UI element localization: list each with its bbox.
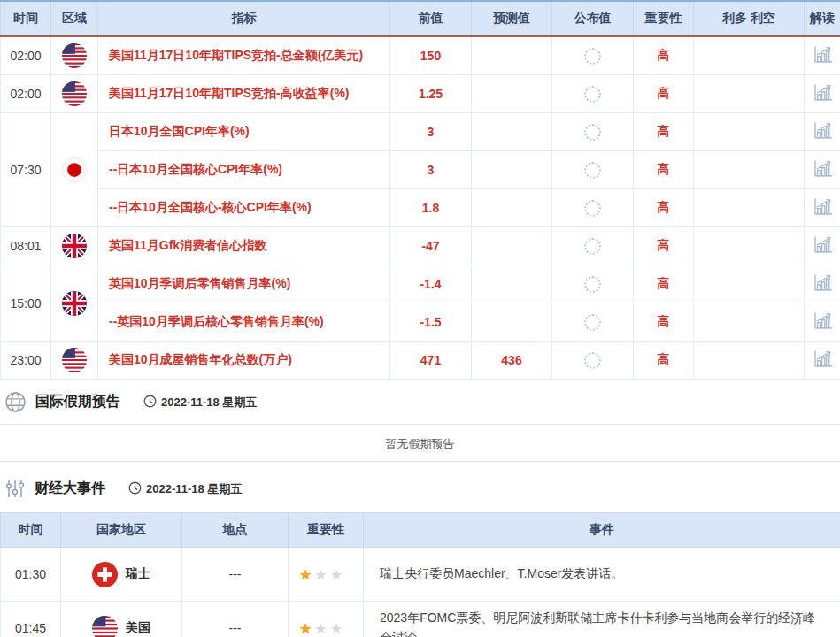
flag-ch-icon bbox=[92, 566, 118, 580]
region-cell bbox=[51, 113, 98, 227]
event-importance-cell: ★★★ bbox=[289, 602, 364, 637]
events-header-row: 时间 国家地区 地点 重要性 事件 bbox=[1, 513, 840, 548]
event-country-cell: 瑞士 bbox=[61, 548, 182, 602]
previous-value-cell: 1.25 bbox=[390, 75, 472, 113]
calendar-row[interactable]: 07:30日本10月全国CPI年率(%)3高 bbox=[1, 113, 840, 151]
region-cell bbox=[51, 227, 98, 265]
forecast-value-cell: 436 bbox=[472, 342, 552, 380]
event-description-cell[interactable]: 2023年FOMC票委、明尼阿波利斯联储主席卡什卡利参与当地商会举行的经济峰会讨… bbox=[364, 602, 840, 637]
loading-spinner-icon bbox=[584, 86, 601, 103]
events-section-header: 财经大事件 2022-11-18 星期五 bbox=[0, 462, 840, 512]
star-icon: ★ bbox=[299, 621, 312, 636]
loading-spinner-icon bbox=[584, 200, 601, 217]
bias-cell bbox=[694, 189, 805, 227]
interpretation-cell[interactable] bbox=[805, 303, 840, 342]
forecast-value-cell bbox=[472, 113, 552, 151]
col-header-indicator: 指标 bbox=[98, 1, 390, 36]
col-header-interpretation: 解读 bbox=[805, 1, 840, 36]
flag-us-icon bbox=[62, 86, 87, 100]
interpretation-cell[interactable] bbox=[805, 75, 840, 113]
interpretation-cell[interactable] bbox=[805, 151, 840, 189]
bar-chart-arrow-icon[interactable] bbox=[813, 166, 833, 180]
calendar-row[interactable]: --日本10月全国核心-核心CPI年率(%)1.8高 bbox=[1, 189, 840, 227]
time-cell: 15:00 bbox=[1, 265, 51, 342]
importance-cell: 高 bbox=[634, 265, 694, 303]
loading-spinner-icon bbox=[584, 276, 601, 293]
col-header-importance: 重要性 bbox=[289, 513, 364, 548]
calendar-row[interactable]: 02:00美国11月17日10年期TIPS竞拍-总金额(亿美元)150高 bbox=[1, 36, 840, 75]
interpretation-cell[interactable] bbox=[805, 113, 840, 151]
star-icon: ★ bbox=[330, 567, 343, 582]
published-value-cell bbox=[552, 227, 634, 265]
flag-jp-icon bbox=[62, 162, 87, 176]
bar-chart-arrow-icon[interactable] bbox=[813, 52, 833, 66]
bar-chart-arrow-icon[interactable] bbox=[813, 204, 833, 219]
calendar-row[interactable]: --日本10月全国核心CPI年率(%)3高 bbox=[1, 151, 840, 189]
bias-cell bbox=[694, 227, 805, 265]
country-name: 美国 bbox=[126, 620, 150, 634]
interpretation-cell[interactable] bbox=[805, 265, 840, 303]
published-value-cell bbox=[552, 265, 634, 303]
previous-value-cell: 3 bbox=[390, 151, 472, 189]
event-row[interactable]: 01:30瑞士---★★★瑞士央行委员Maechler、T.Moser发表讲话。 bbox=[1, 548, 840, 602]
time-cell: 02:00 bbox=[1, 75, 51, 113]
economic-data-table: 时间 区域 指标 前值 预测值 公布值 重要性 利多 利空 解读 02:00美国… bbox=[0, 0, 840, 380]
sliders-icon bbox=[4, 478, 26, 500]
indicator-cell[interactable]: 英国10月季调后零售销售月率(%) bbox=[98, 265, 390, 303]
clock-icon bbox=[128, 481, 146, 497]
financial-calendar-page: { "colors": { "accent_red": "#d0342c", "… bbox=[0, 0, 840, 637]
indicator-cell[interactable]: --英国10月季调后核心零售销售月率(%) bbox=[98, 303, 390, 342]
importance-cell: 高 bbox=[634, 151, 694, 189]
bar-chart-arrow-icon[interactable] bbox=[813, 357, 833, 371]
indicator-cell[interactable]: 日本10月全国CPI年率(%) bbox=[98, 113, 390, 151]
bias-cell bbox=[694, 151, 805, 189]
event-location-cell: --- bbox=[182, 602, 289, 637]
col-header-bias: 利多 利空 bbox=[694, 1, 805, 36]
forecast-value-cell bbox=[472, 75, 552, 113]
flag-us-icon bbox=[62, 352, 87, 366]
time-cell: 23:00 bbox=[1, 342, 51, 380]
flag-gb-icon bbox=[62, 238, 87, 252]
forecast-value-cell bbox=[472, 189, 552, 227]
previous-value-cell: 1.8 bbox=[390, 189, 472, 227]
previous-value-cell: 3 bbox=[390, 113, 472, 151]
indicator-cell[interactable]: 美国11月17日10年期TIPS竞拍-总金额(亿美元) bbox=[98, 36, 390, 75]
published-value-cell bbox=[552, 75, 634, 113]
indicator-cell[interactable]: --日本10月全国核心CPI年率(%) bbox=[98, 151, 390, 189]
time-cell: 07:30 bbox=[1, 113, 51, 227]
event-time-cell: 01:30 bbox=[1, 548, 61, 602]
calendar-row[interactable]: --英国10月季调后核心零售销售月率(%)-1.5高 bbox=[1, 303, 840, 342]
indicator-cell[interactable]: --日本10月全国核心-核心CPI年率(%) bbox=[98, 189, 390, 227]
event-location-cell: --- bbox=[182, 548, 289, 602]
interpretation-cell[interactable] bbox=[805, 227, 840, 265]
indicator-cell[interactable]: 英国11月Gfk消费者信心指数 bbox=[98, 227, 390, 265]
bias-cell bbox=[694, 265, 805, 303]
indicator-cell[interactable]: 美国10月成屋销售年化总数(万户) bbox=[98, 342, 390, 380]
col-header-event: 事件 bbox=[364, 513, 840, 548]
holiday-section-header: 国际假期预告 2022-11-18 星期五 bbox=[0, 380, 840, 424]
event-description-cell[interactable]: 瑞士央行委员Maechler、T.Moser发表讲话。 bbox=[364, 548, 840, 602]
calendar-row[interactable]: 15:00英国10月季调后零售销售月率(%)-1.4高 bbox=[1, 265, 840, 303]
calendar-row[interactable]: 23:00美国10月成屋销售年化总数(万户)471436高 bbox=[1, 342, 840, 380]
bar-chart-arrow-icon[interactable] bbox=[813, 318, 833, 333]
interpretation-cell[interactable] bbox=[805, 189, 840, 227]
indicator-cell[interactable]: 美国11月17日10年期TIPS竞拍-高收益率(%) bbox=[98, 75, 390, 113]
calendar-row[interactable]: 08:01英国11月Gfk消费者信心指数-47高 bbox=[1, 227, 840, 265]
events-date-text: 2022-11-18 星期五 bbox=[146, 481, 242, 497]
forecast-value-cell bbox=[472, 36, 552, 75]
bar-chart-arrow-icon[interactable] bbox=[813, 280, 833, 295]
importance-cell: 高 bbox=[634, 342, 694, 380]
calendar-row[interactable]: 02:00美国11月17日10年期TIPS竞拍-高收益率(%)1.25高 bbox=[1, 75, 840, 113]
loading-spinner-icon bbox=[584, 124, 601, 141]
bar-chart-arrow-icon[interactable] bbox=[813, 90, 833, 104]
bar-chart-arrow-icon[interactable] bbox=[813, 128, 833, 142]
loading-spinner-icon bbox=[584, 352, 601, 369]
interpretation-cell[interactable] bbox=[805, 342, 840, 380]
event-row[interactable]: 01:45美国---★★★2023年FOMC票委、明尼阿波利斯联储主席卡什卡利参… bbox=[1, 602, 840, 637]
bar-chart-arrow-icon[interactable] bbox=[813, 242, 833, 257]
bias-cell bbox=[694, 75, 805, 113]
star-icon: ★ bbox=[299, 567, 312, 582]
col-header-time: 时间 bbox=[1, 513, 61, 548]
event-country-cell: 美国 bbox=[61, 602, 182, 637]
interpretation-cell[interactable] bbox=[805, 36, 840, 75]
